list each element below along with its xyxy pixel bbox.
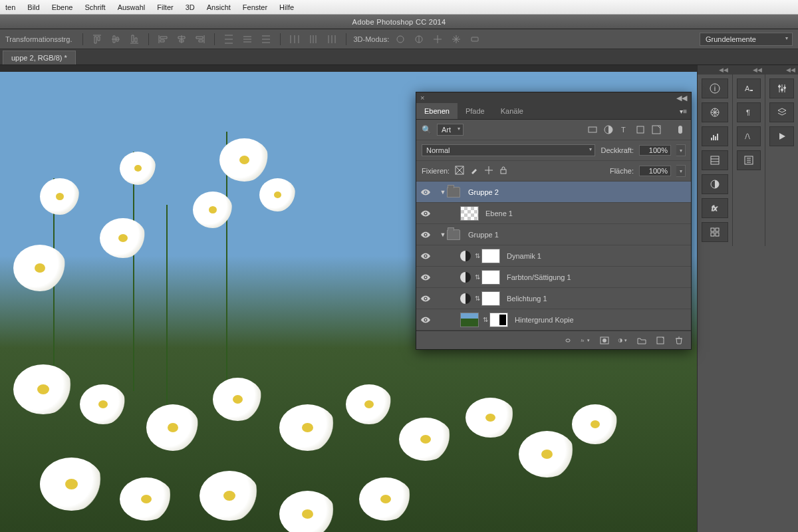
filter-adjustment-icon[interactable] <box>603 124 614 135</box>
filter-toggle-icon[interactable] <box>675 124 686 135</box>
layer-name[interactable]: Gruppe 1 <box>464 231 687 239</box>
layer-row[interactable]: ▼Gruppe 1 <box>416 224 691 245</box>
glyphs-panel-icon[interactable] <box>737 126 761 146</box>
layer-style-icon[interactable]: fx▾ <box>581 335 591 346</box>
distribute-vcenter-icon[interactable] <box>240 32 255 47</box>
layer-mask-icon[interactable] <box>599 335 610 346</box>
filter-shape-icon[interactable] <box>635 124 646 135</box>
layer-row[interactable]: ⇅Hintergrund Kopie <box>416 309 691 331</box>
3d-roll-icon[interactable] <box>412 32 426 47</box>
filter-pixel-icon[interactable] <box>587 124 598 135</box>
disclosure-triangle[interactable]: ▼ <box>439 231 447 238</box>
align-right-icon[interactable] <box>193 32 207 47</box>
layer-name[interactable]: Ebene 1 <box>481 209 687 217</box>
lock-position-icon[interactable] <box>484 166 493 176</box>
collapse-icon[interactable]: ◀◀ <box>731 65 764 74</box>
layer-row[interactable]: Ebene 1 <box>416 203 691 224</box>
layer-row[interactable]: ⇅Belichtung 1 <box>416 288 691 309</box>
visibility-toggle[interactable] <box>416 274 435 281</box>
layer-row[interactable]: ▼Gruppe 2 <box>416 182 691 203</box>
swatches-panel-icon[interactable] <box>702 222 728 242</box>
new-group-icon[interactable] <box>636 335 647 346</box>
menu-item[interactable]: Schrift <box>84 3 105 11</box>
align-hcenter-icon[interactable] <box>174 32 189 47</box>
menu-item[interactable]: Bild <box>27 3 39 11</box>
tab-channels[interactable]: Kanäle <box>493 103 531 119</box>
lock-all-icon[interactable] <box>499 166 508 176</box>
filter-smart-icon[interactable] <box>651 124 662 135</box>
opacity-stepper[interactable]: ▾ <box>676 144 686 156</box>
align-left-icon[interactable] <box>156 32 170 47</box>
distribute-bottom-icon[interactable] <box>259 32 273 47</box>
brush-panel-icon[interactable] <box>737 150 761 170</box>
menu-item[interactable]: Filter <box>157 3 173 11</box>
visibility-toggle[interactable] <box>416 295 435 302</box>
layers-panel-icon[interactable] <box>769 102 794 122</box>
layer-row[interactable]: ⇅Farbton/Sättigung 1 <box>416 267 691 288</box>
lock-pixels-icon[interactable] <box>469 166 479 176</box>
panel-menu-icon[interactable]: ▾≡ <box>676 108 691 115</box>
adjustments-panel-icon[interactable] <box>769 78 794 98</box>
link-icon[interactable]: ⇅ <box>481 316 489 323</box>
menu-item[interactable]: Ansicht <box>207 3 231 11</box>
distribute-left-icon[interactable] <box>287 32 302 47</box>
layer-name[interactable]: Gruppe 2 <box>464 188 687 196</box>
fill-value[interactable]: 100% <box>639 166 671 176</box>
mask-thumbnail[interactable] <box>481 270 500 285</box>
menu-item[interactable]: Fenster <box>243 3 267 11</box>
delete-layer-icon[interactable] <box>674 335 684 346</box>
distribute-right-icon[interactable] <box>325 32 339 47</box>
character-panel-icon[interactable]: A <box>737 78 761 98</box>
layer-name[interactable]: Farbton/Sättigung 1 <box>503 273 687 281</box>
visibility-toggle[interactable] <box>416 231 435 238</box>
tab-paths[interactable]: Pfade <box>458 103 493 119</box>
link-layers-icon[interactable] <box>562 335 573 346</box>
tab-layers[interactable]: Ebenen <box>416 103 458 119</box>
3d-zoom-icon[interactable] <box>467 32 482 47</box>
mask-thumbnail[interactable] <box>481 291 500 306</box>
document-tab[interactable]: uppe 2, RGB/8) * <box>3 51 76 65</box>
visibility-toggle[interactable] <box>416 253 435 259</box>
align-vcenter-icon[interactable] <box>108 32 123 47</box>
3d-pan-icon[interactable] <box>430 32 445 47</box>
menu-item[interactable]: Ebene <box>52 3 73 11</box>
visibility-toggle[interactable] <box>416 317 435 323</box>
link-icon[interactable]: ⇅ <box>473 252 481 259</box>
histogram-panel-icon[interactable] <box>702 126 728 146</box>
layer-thumbnail[interactable] <box>460 206 479 221</box>
navigator-panel-icon[interactable] <box>702 102 728 122</box>
paragraph-panel-icon[interactable]: ¶ <box>737 102 761 122</box>
link-icon[interactable]: ⇅ <box>473 273 481 281</box>
layer-name[interactable]: Hintergrund Kopie <box>511 316 687 324</box>
mask-thumbnail[interactable] <box>481 249 500 263</box>
new-layer-icon[interactable] <box>655 335 666 346</box>
layer-name[interactable]: Belichtung 1 <box>503 295 687 303</box>
collapse-icon[interactable]: ◀◀ <box>765 65 798 74</box>
mask-thumbnail[interactable] <box>489 313 508 327</box>
opacity-value[interactable]: 100% <box>639 145 671 156</box>
3d-orbit-icon[interactable] <box>393 32 408 47</box>
styles-panel-icon[interactable]: fx <box>702 198 728 218</box>
menu-item[interactable]: Auswahl <box>118 3 146 11</box>
align-top-icon[interactable] <box>90 32 104 47</box>
visibility-toggle[interactable] <box>416 189 435 196</box>
adjustment-layer-icon[interactable]: ▾ <box>618 335 628 346</box>
menu-item[interactable]: Hilfe <box>279 3 294 11</box>
menu-item[interactable]: ten <box>5 3 15 11</box>
filter-type-icon[interactable]: T <box>619 124 630 135</box>
collapse-icon[interactable]: ◀◀ <box>698 65 731 74</box>
actions-panel-icon[interactable] <box>769 126 794 146</box>
close-icon[interactable]: × <box>420 94 424 102</box>
properties-panel-icon[interactable] <box>702 150 728 170</box>
layer-thumbnail[interactable] <box>460 313 479 327</box>
3d-slide-icon[interactable] <box>449 32 464 47</box>
workspace-dropdown[interactable]: Grundelemente <box>700 33 793 46</box>
filter-type-dropdown[interactable]: Art <box>437 124 464 136</box>
blend-mode-dropdown[interactable]: Normal <box>422 144 595 156</box>
align-bottom-icon[interactable] <box>127 32 142 47</box>
color-panel-icon[interactable] <box>702 174 728 194</box>
disclosure-triangle[interactable]: ▼ <box>439 189 447 196</box>
distribute-top-icon[interactable] <box>221 32 236 47</box>
link-icon[interactable]: ⇅ <box>473 295 481 302</box>
visibility-toggle[interactable] <box>416 210 435 217</box>
